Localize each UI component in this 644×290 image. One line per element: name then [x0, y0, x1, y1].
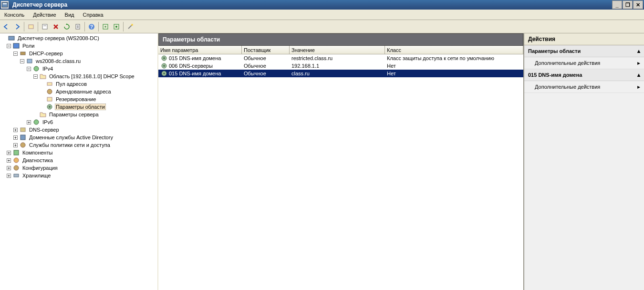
- svg-point-22: [34, 120, 39, 124]
- dhcp-icon: [19, 50, 27, 57]
- svg-point-18: [47, 89, 52, 94]
- host-icon: [26, 57, 33, 65]
- action2-button[interactable]: [111, 21, 122, 32]
- menu-view[interactable]: Вид: [61, 10, 79, 20]
- expand-icon[interactable]: +: [13, 135, 18, 140]
- minimize-button[interactable]: _: [612, 0, 622, 9]
- table-row[interactable]: 015 DNS-имя доменаОбычноеrestricted.clas…: [158, 54, 523, 62]
- tree-npas[interactable]: + Службы политики сети и доступа: [0, 141, 157, 149]
- chevron-right-icon: ▸: [637, 60, 640, 66]
- action-group-scope[interactable]: Параметры области ▴: [524, 45, 644, 57]
- col-class[interactable]: Класс: [385, 46, 523, 54]
- action-group-option-label: 015 DNS-имя домена: [528, 72, 582, 78]
- tree-ipv6[interactable]: + IPv6: [0, 118, 157, 126]
- tree-adds-label: Доменные службы Active Directory: [28, 134, 114, 141]
- content-header: Параметры области: [158, 33, 523, 46]
- option-icon: [160, 62, 168, 70]
- svg-rect-24: [21, 135, 25, 140]
- tree-host[interactable]: − ws2008-dc.class.ru: [0, 57, 157, 65]
- options-icon: [46, 103, 53, 111]
- svg-rect-13: [13, 43, 19, 48]
- tree-pool[interactable]: Пул адресов: [0, 80, 157, 88]
- window-title: Диспетчер сервера: [10, 1, 612, 8]
- expand-icon[interactable]: +: [7, 158, 11, 163]
- folder-icon: [39, 111, 47, 118]
- restore-button[interactable]: ❐: [623, 0, 633, 9]
- svg-rect-0: [2, 2, 8, 7]
- svg-rect-12: [9, 36, 14, 40]
- collapse-icon[interactable]: −: [20, 59, 24, 63]
- ipv6-icon: [32, 118, 40, 126]
- svg-point-10: [115, 26, 117, 28]
- tree-pane[interactable]: Диспетчер сервера (WS2008-DC) − Роли − D…: [0, 33, 158, 290]
- table-row[interactable]: 015 DNS-имя доменаОбычноеclass.ruНет: [158, 70, 523, 77]
- action-group-option[interactable]: 015 DNS-имя домена ▴: [524, 69, 644, 81]
- tree-scope[interactable]: − Область [192.168.1.0] DHCP Scope: [0, 72, 157, 80]
- tree-reservations-label: Резервирование: [55, 96, 97, 103]
- svg-rect-26: [14, 150, 19, 155]
- tree-dns[interactable]: + DNS-сервер: [0, 126, 157, 134]
- app-icon: [1, 1, 9, 9]
- action1-button[interactable]: [100, 21, 111, 32]
- collapse-icon[interactable]: −: [33, 74, 38, 79]
- collapse-icon[interactable]: −: [13, 52, 18, 56]
- collapse-icon[interactable]: −: [27, 67, 31, 71]
- tree-roles[interactable]: − Роли: [0, 42, 157, 50]
- col-name[interactable]: Имя параметра: [158, 46, 242, 54]
- svg-point-28: [14, 166, 19, 170]
- config-icon: [12, 164, 20, 172]
- properties-button[interactable]: [40, 21, 50, 32]
- tree-diagnostics[interactable]: + Диагностика: [0, 156, 157, 164]
- cell-name: 006 DNS-серверы: [158, 62, 242, 70]
- expand-icon[interactable]: +: [27, 120, 31, 124]
- menu-console[interactable]: Консоль: [0, 10, 29, 20]
- tree-dns-label: DNS-сервер: [28, 126, 60, 133]
- cell-name: 015 DNS-имя домена: [158, 70, 242, 77]
- tree-ipv6-label: IPv6: [42, 119, 54, 125]
- folder-icon: [39, 72, 47, 80]
- tree-storage[interactable]: + Хранилище: [0, 172, 157, 179]
- tree-reservations[interactable]: Резервирование: [0, 95, 157, 103]
- tree-server-options[interactable]: Параметры сервера: [0, 111, 157, 118]
- tree-host-label: ws2008-dc.class.ru: [35, 58, 82, 64]
- col-value[interactable]: Значение: [290, 46, 385, 54]
- tree-diagnostics-label: Диагностика: [21, 157, 54, 164]
- pool-icon: [46, 80, 53, 88]
- export-button[interactable]: [73, 21, 83, 32]
- svg-point-33: [163, 65, 165, 67]
- tree-ipv4[interactable]: − IPv4: [0, 65, 157, 72]
- close-button[interactable]: ✕: [633, 0, 643, 9]
- collapse-icon[interactable]: −: [7, 44, 11, 48]
- tree-leases[interactable]: Арендованные адреса: [0, 88, 157, 95]
- refresh-button[interactable]: [62, 21, 72, 32]
- help-button[interactable]: ?: [86, 21, 97, 32]
- table-row[interactable]: 006 DNS-серверыОбычное192.168.1.1Нет: [158, 62, 523, 70]
- expand-icon[interactable]: +: [13, 128, 18, 132]
- tree-scope-options[interactable]: Параметры области: [0, 103, 157, 111]
- menu-action[interactable]: Действие: [29, 10, 60, 20]
- action-more-2[interactable]: Дополнительные действия ▸: [524, 81, 644, 93]
- col-vendor[interactable]: Поставщик: [242, 46, 290, 54]
- expand-icon[interactable]: +: [13, 143, 18, 147]
- tree-adds[interactable]: + Доменные службы Active Directory: [0, 134, 157, 141]
- tree-dhcp[interactable]: − DHCP-сервер: [0, 50, 157, 57]
- npas-icon: [19, 141, 27, 149]
- menu-help[interactable]: Справка: [79, 10, 108, 20]
- expand-icon[interactable]: +: [7, 151, 11, 155]
- up-button[interactable]: [26, 21, 36, 32]
- storage-icon: [12, 172, 20, 179]
- action-more-1[interactable]: Дополнительные действия ▸: [524, 57, 644, 69]
- tree-components[interactable]: + Компоненты: [0, 149, 157, 156]
- delete-button[interactable]: [51, 21, 61, 32]
- expand-icon[interactable]: +: [7, 174, 11, 178]
- action-group-scope-label: Параметры области: [528, 48, 581, 54]
- tree-config[interactable]: + Конфигурация: [0, 164, 157, 172]
- tree-components-label: Компоненты: [21, 149, 53, 156]
- back-button[interactable]: [1, 21, 11, 32]
- forward-button[interactable]: [12, 21, 22, 32]
- roles-icon: [12, 42, 20, 50]
- tree-root[interactable]: Диспетчер сервера (WS2008-DC): [0, 34, 157, 42]
- action-more-2-label: Дополнительные действия: [535, 84, 600, 90]
- expand-icon[interactable]: +: [7, 166, 11, 170]
- wizard-button[interactable]: [125, 21, 135, 32]
